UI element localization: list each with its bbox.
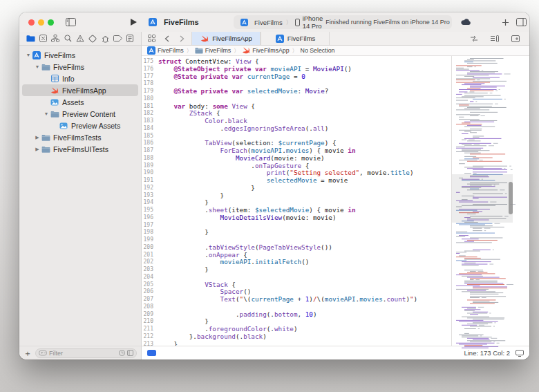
code-line-203[interactable]: 203 }: [142, 266, 451, 274]
folder-icon: [50, 110, 59, 118]
filter-funnel-icon: [39, 350, 47, 356]
search-icon[interactable]: [62, 33, 73, 44]
tree-item-fivefilms[interactable]: ▼FiveFilms: [22, 49, 138, 61]
scheme-status-pill[interactable]: FiveFilms 〉 iPhone 14 Pro Finished runni…: [234, 15, 452, 29]
folder-icon: [195, 46, 203, 55]
code-line-207[interactable]: 207 Text("\(currentPage + 1)/\(movieAPI.…: [142, 296, 451, 304]
zoom-window-button[interactable]: [48, 19, 54, 26]
tree-item-preview-assets[interactable]: Preview Assets: [22, 120, 138, 131]
tree-item-fivefilmsuitests[interactable]: ▶FiveFilmsUITests: [22, 143, 138, 155]
editor-tab-fivefilmsapp[interactable]: FiveFilmsApp: [191, 32, 261, 45]
tree-item-fivefilms[interactable]: ▼FiveFilms: [22, 61, 138, 73]
disclosure-triangle[interactable]: ▼: [25, 53, 32, 57]
minimap-viewport-band: [452, 174, 513, 223]
line-number: 196: [142, 214, 158, 222]
breakpoints-toggle-icon[interactable]: [147, 350, 156, 356]
folder-icon: [41, 63, 50, 71]
go-forward-icon[interactable]: [175, 32, 189, 45]
issues-icon[interactable]: [75, 33, 86, 44]
recent-files-icon[interactable]: [119, 350, 125, 356]
reports-icon[interactable]: [124, 33, 135, 44]
display-settings-icon[interactable]: [516, 350, 524, 357]
tree-item-fivefilmsapp[interactable]: FiveFilmsApp: [22, 84, 138, 96]
code-review-icon[interactable]: [467, 32, 481, 45]
add-editor-icon[interactable]: [509, 32, 522, 45]
tree-item-assets[interactable]: Assets: [22, 96, 138, 108]
line-number: 189: [142, 162, 158, 170]
code-line-198[interactable]: 198 }: [142, 229, 451, 236]
line-number: 197: [142, 222, 158, 230]
tree-item-fivefilmstests[interactable]: ▶FiveFilmsTests: [22, 131, 138, 143]
close-window-button[interactable]: [28, 19, 35, 26]
scheme-project[interactable]: FiveFilms: [254, 19, 283, 26]
breadcrumb-item[interactable]: FiveFilmsApp: [242, 46, 289, 55]
tree-item-info[interactable]: Info: [22, 73, 138, 84]
line-number: 193: [142, 192, 158, 200]
source-control-icon[interactable]: [37, 33, 48, 44]
project-navigator: ▼FiveFilms▼FiveFilmsInfoFiveFilmsAppAsse…: [19, 46, 142, 360]
project-icon: [275, 35, 285, 43]
disclosure-triangle[interactable]: ▶: [34, 135, 41, 140]
swift-icon: [50, 86, 59, 95]
line-number: 175: [142, 58, 158, 66]
folder-icon: [41, 145, 50, 153]
add-file-button[interactable]: ＋: [23, 350, 32, 357]
line-number: 206: [142, 288, 158, 296]
disclosure-triangle[interactable]: ▼: [34, 64, 41, 69]
breadcrumb-item[interactable]: No Selection: [301, 47, 335, 54]
code-line-212[interactable]: 212 }.background(.black): [142, 333, 451, 341]
toggle-navigator-icon[interactable]: [64, 16, 77, 28]
line-number: 190: [142, 169, 158, 177]
tests-icon[interactable]: [87, 33, 98, 44]
run-button[interactable]: [126, 16, 140, 28]
code-line-179[interactable]: 179 @State private var selectedMovie: Mo…: [142, 88, 451, 95]
related-items-icon[interactable]: [144, 32, 158, 45]
editor-tab-fivefilms[interactable]: FiveFilms: [261, 32, 330, 45]
window-controls: [28, 19, 54, 26]
line-number: 183: [142, 118, 158, 125]
toggle-inspector-icon[interactable]: [514, 16, 528, 28]
disclosure-triangle[interactable]: ▼: [43, 111, 50, 116]
tree-item-preview-content[interactable]: ▼Preview Content: [22, 108, 138, 120]
adjust-editor-icon[interactable]: [488, 32, 502, 45]
line-number: 179: [142, 88, 158, 95]
line-number: 184: [142, 125, 158, 133]
line-number: 203: [142, 266, 158, 274]
tree-item-label: FiveFilms: [53, 63, 84, 71]
symbols-icon[interactable]: [50, 33, 61, 44]
device-icon: [295, 19, 300, 26]
source-editor[interactable]: 175struct ContentView: View {176 @StateO…: [142, 56, 451, 346]
tree-item-label: Assets: [62, 98, 84, 106]
swift-icon: [200, 35, 209, 43]
debug-icon[interactable]: [100, 33, 111, 44]
minimap[interactable]: [451, 56, 529, 346]
code-line-213[interactable]: 213 }: [142, 341, 451, 346]
line-number: 191: [142, 177, 158, 185]
app-icon: [148, 18, 158, 26]
go-back-icon[interactable]: [160, 32, 173, 45]
library-plus-button[interactable]: [498, 16, 512, 28]
breakpoints-icon[interactable]: [112, 33, 123, 44]
project-icon: [32, 51, 41, 59]
editor-tab-bar: FiveFilmsAppFiveFilms: [142, 32, 529, 45]
code-line-196[interactable]: 196 MovieDetailsView(movie: movie): [142, 214, 451, 222]
code-line-177[interactable]: 177 @State private var currentPage = 0: [142, 73, 451, 81]
xcode-cloud-icon[interactable]: [459, 16, 473, 28]
line-number: 178: [142, 80, 158, 88]
line-number: 200: [142, 244, 158, 252]
navigator-folder-icon[interactable]: [25, 33, 36, 44]
breadcrumb-item[interactable]: FiveFilms: [195, 46, 231, 55]
scrollbar-thumb[interactable]: [509, 182, 513, 214]
minimize-window-button[interactable]: [38, 19, 44, 26]
filter-placeholder: Filter: [49, 350, 117, 357]
disclosure-triangle[interactable]: ▶: [34, 147, 41, 152]
line-number: 202: [142, 259, 158, 266]
line-number: 201: [142, 252, 158, 259]
code-line-184[interactable]: 184 .edgesIgnoringSafeArea(.all): [142, 125, 451, 133]
scheme-device[interactable]: iPhone 14 Pro: [303, 15, 323, 30]
filter-field[interactable]: Filter: [35, 348, 137, 358]
source-control-status-icon[interactable]: [127, 350, 133, 356]
chevron-separator: 〉: [285, 19, 292, 26]
breadcrumb-item[interactable]: FiveFilms: [147, 46, 184, 55]
tree-item-label: Preview Assets: [71, 122, 120, 130]
